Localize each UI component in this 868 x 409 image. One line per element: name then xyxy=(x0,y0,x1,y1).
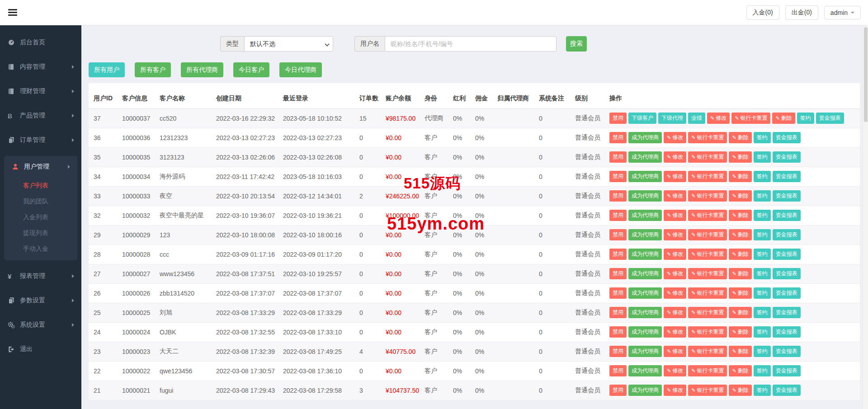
funds-report-button[interactable]: 资金报表 xyxy=(773,151,801,163)
sign-button[interactable]: 签约 xyxy=(754,307,771,318)
username-input[interactable] xyxy=(385,36,557,52)
sign-button[interactable]: 签约 xyxy=(754,385,771,396)
bankcard-reset-button[interactable]: ✎银行卡重置 xyxy=(688,385,727,396)
delete-button[interactable]: ✎删除 xyxy=(729,249,751,260)
disable-button[interactable]: 禁用 xyxy=(609,171,627,182)
delete-button[interactable]: ✎删除 xyxy=(729,210,751,221)
sidebar-item-product[interactable]: Ƀ产品管理 xyxy=(0,103,81,128)
make-agent-button[interactable]: 成为代理商 xyxy=(628,385,662,396)
make-agent-button[interactable]: 成为代理商 xyxy=(628,190,662,202)
sidebar-subitem-deposit-list[interactable]: 入金列表 xyxy=(4,209,77,225)
edit-button[interactable]: ✎修改 xyxy=(664,268,686,279)
disable-button[interactable]: 禁用 xyxy=(609,346,627,357)
delete-button[interactable]: ✎删除 xyxy=(729,229,751,240)
sign-button[interactable]: 签约 xyxy=(754,249,771,260)
sidebar-item-user[interactable]: 用户管理 xyxy=(4,156,77,178)
disable-button[interactable]: 禁用 xyxy=(609,113,627,124)
edit-button[interactable]: ✎修改 xyxy=(664,385,686,396)
deposit-button[interactable]: 入金(0) xyxy=(746,5,779,20)
delete-button[interactable]: ✎删除 xyxy=(729,268,751,279)
make-agent-button[interactable]: 成为代理商 xyxy=(628,365,662,376)
funds-report-button[interactable]: 资金报表 xyxy=(773,249,801,260)
disable-button[interactable]: 禁用 xyxy=(609,287,627,299)
sidebar-item-order[interactable]: 订单管理 xyxy=(0,128,81,152)
sign-button[interactable]: 签约 xyxy=(797,113,814,124)
edit-button[interactable]: ✎修改 xyxy=(664,171,686,182)
scrollbar-track[interactable] xyxy=(863,25,868,409)
sign-button[interactable]: 签约 xyxy=(754,171,771,182)
bankcard-reset-button[interactable]: ✎银行卡重置 xyxy=(688,151,727,163)
sign-button[interactable]: 签约 xyxy=(754,210,771,221)
disable-button[interactable]: 禁用 xyxy=(609,151,627,163)
funds-report-button[interactable]: 资金报表 xyxy=(773,268,801,279)
edit-button[interactable]: ✎修改 xyxy=(664,249,686,260)
delete-button[interactable]: ✎删除 xyxy=(729,190,751,202)
make-agent-button[interactable]: 成为代理商 xyxy=(628,132,662,143)
edit-button[interactable]: ✎修改 xyxy=(664,307,686,318)
sub-agents-button[interactable]: 下级代理 xyxy=(658,113,686,124)
sign-button[interactable]: 签约 xyxy=(754,132,771,143)
bankcard-reset-button[interactable]: ✎银行卡重置 xyxy=(688,132,727,143)
disable-button[interactable]: 禁用 xyxy=(609,229,627,240)
make-agent-button[interactable]: 成为代理商 xyxy=(628,326,662,338)
menu-toggle-icon[interactable] xyxy=(8,9,17,16)
funds-report-button[interactable]: 资金报表 xyxy=(773,346,801,357)
delete-button[interactable]: ✎删除 xyxy=(729,151,751,163)
disable-button[interactable]: 禁用 xyxy=(609,365,627,376)
funds-report-button[interactable]: 资金报表 xyxy=(773,190,801,202)
funds-report-button[interactable]: 资金报表 xyxy=(773,287,801,299)
edit-button[interactable]: ✎修改 xyxy=(664,229,686,240)
delete-button[interactable]: ✎删除 xyxy=(772,113,795,124)
funds-report-button[interactable]: 资金报表 xyxy=(773,210,801,221)
sidebar-subitem-manual-deposit[interactable]: 手动入金 xyxy=(4,241,77,257)
bankcard-reset-button[interactable]: ✎银行卡重置 xyxy=(688,307,727,318)
sign-button[interactable]: 签约 xyxy=(754,287,771,299)
sidebar-item-content[interactable]: 内容管理 xyxy=(0,55,81,79)
delete-button[interactable]: ✎删除 xyxy=(729,326,751,338)
disable-button[interactable]: 禁用 xyxy=(609,307,627,318)
disable-button[interactable]: 禁用 xyxy=(609,268,627,279)
sidebar-item-system[interactable]: 系统设置 xyxy=(0,313,81,337)
performance-button[interactable]: 业绩 xyxy=(688,113,705,124)
sign-button[interactable]: 签约 xyxy=(754,326,771,338)
sidebar-item-home[interactable]: 后台首页 xyxy=(0,30,81,55)
sidebar-subitem-customer-list[interactable]: 客户列表 xyxy=(4,178,77,193)
delete-button[interactable]: ✎删除 xyxy=(729,346,751,357)
sign-button[interactable]: 签约 xyxy=(754,365,771,376)
sign-button[interactable]: 签约 xyxy=(754,190,771,202)
bankcard-reset-button[interactable]: ✎银行卡重置 xyxy=(688,171,727,182)
edit-button[interactable]: ✎修改 xyxy=(664,210,686,221)
bankcard-reset-button[interactable]: ✎银行卡重置 xyxy=(731,113,770,124)
tab-today-customers[interactable]: 今日客户 xyxy=(233,62,269,77)
disable-button[interactable]: 禁用 xyxy=(609,326,627,338)
tab-all-agents[interactable]: 所有代理商 xyxy=(181,62,223,77)
disable-button[interactable]: 禁用 xyxy=(609,132,627,143)
make-agent-button[interactable]: 成为代理商 xyxy=(628,171,662,182)
delete-button[interactable]: ✎删除 xyxy=(729,365,751,376)
make-agent-button[interactable]: 成为代理商 xyxy=(628,268,662,279)
sidebar-item-params[interactable]: 参数设置 xyxy=(0,288,81,313)
sidebar-item-finance[interactable]: 理财管理 xyxy=(0,79,81,103)
disable-button[interactable]: 禁用 xyxy=(609,385,627,396)
make-agent-button[interactable]: 成为代理商 xyxy=(628,307,662,318)
admin-menu-button[interactable]: admin xyxy=(824,6,861,19)
funds-report-button[interactable]: 资金报表 xyxy=(816,113,844,124)
funds-report-button[interactable]: 资金报表 xyxy=(773,229,801,240)
edit-button[interactable]: ✎修改 xyxy=(664,132,686,143)
funds-report-button[interactable]: 资金报表 xyxy=(773,326,801,338)
make-agent-button[interactable]: 成为代理商 xyxy=(628,151,662,163)
edit-button[interactable]: ✎修改 xyxy=(664,151,686,163)
edit-button[interactable]: ✎修改 xyxy=(664,326,686,338)
bankcard-reset-button[interactable]: ✎银行卡重置 xyxy=(688,190,727,202)
tab-today-agents[interactable]: 今日代理商 xyxy=(279,62,322,77)
delete-button[interactable]: ✎删除 xyxy=(729,171,751,182)
edit-button[interactable]: ✎修改 xyxy=(664,365,686,376)
sub-customers-button[interactable]: 下级客户 xyxy=(628,113,656,124)
delete-button[interactable]: ✎删除 xyxy=(729,132,751,143)
sidebar-item-logout[interactable]: 退出 xyxy=(0,337,81,362)
bankcard-reset-button[interactable]: ✎银行卡重置 xyxy=(688,287,727,299)
edit-button[interactable]: ✎修改 xyxy=(664,190,686,202)
bankcard-reset-button[interactable]: ✎银行卡重置 xyxy=(688,268,727,279)
tab-all-users[interactable]: 所有用户 xyxy=(89,62,125,77)
bankcard-reset-button[interactable]: ✎银行卡重置 xyxy=(688,365,727,376)
